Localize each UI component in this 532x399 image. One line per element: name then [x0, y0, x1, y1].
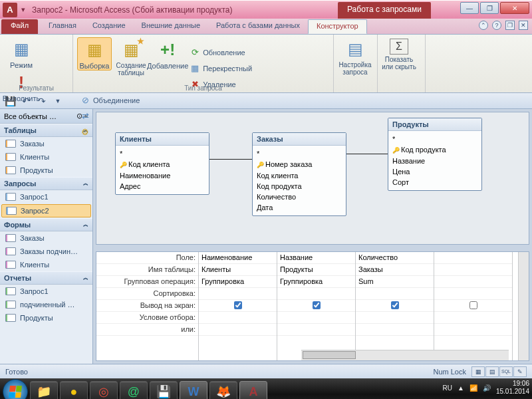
row-label-show: Вывод на экран:	[96, 300, 198, 312]
ribbon-minimize-icon[interactable]: ⌃	[479, 21, 488, 30]
make-table-button[interactable]: ▦★ Создание таблицы	[114, 38, 148, 76]
taskbar-access[interactable]: A	[239, 381, 267, 399]
nav-section-queries[interactable]: Запросы︽	[0, 177, 92, 190]
tray-flag-icon[interactable]: ▲	[458, 384, 464, 392]
app-icon: A	[3, 3, 17, 17]
design-view-icon[interactable]: ✎	[513, 366, 527, 377]
make-table-icon: ▦★	[120, 39, 142, 61]
nav-header-label: Все объекты …	[4, 112, 57, 120]
show-checkbox[interactable]	[469, 301, 477, 309]
tray-lang[interactable]: RU	[443, 384, 452, 392]
nav-item-form-orders[interactable]: Заказы	[0, 231, 92, 245]
taskbar-chrome[interactable]: ●	[60, 381, 88, 399]
ribbon-group-results: ▦ Режим ! Выполнить Результаты	[0, 35, 73, 92]
nav-item-form-clients[interactable]: Клиенты	[0, 258, 92, 271]
grid-col-3[interactable]: Количество Заказы Sum	[356, 252, 434, 360]
show-hide-button[interactable]: Σ Показать или скрыть	[382, 37, 416, 70]
help-icon[interactable]: ?	[492, 21, 501, 30]
update-button[interactable]: ⟳Обновление	[187, 45, 255, 60]
append-button[interactable]: +! Добавление	[150, 38, 185, 70]
taskbar-firefox[interactable]: 🦊	[209, 381, 237, 399]
minimize-button[interactable]: —	[460, 2, 479, 14]
tray-clock[interactable]: 19:06 15.01.2014	[496, 380, 529, 396]
file-tab[interactable]: Файл	[1, 19, 38, 34]
ribbon: ▦ Режим ! Выполнить Результаты ▦ Выборка…	[0, 35, 532, 93]
mdi-restore-icon[interactable]: ❐	[505, 21, 515, 30]
table-box-clients[interactable]: Клиенты * Код клиента Наименование Адрес	[115, 132, 209, 195]
query-design-area: Клиенты * Код клиента Наименование Адрес…	[93, 109, 532, 364]
nav-item-report-sub[interactable]: подчиненный …	[0, 298, 92, 311]
taskbar-word[interactable]: W	[180, 381, 207, 399]
grid-columns: Наименование Клиенты Группировка Названи…	[199, 252, 518, 360]
append-label: Добавление	[147, 62, 188, 70]
show-checkbox[interactable]	[391, 301, 399, 309]
quick-access-customize-icon[interactable]: ▾	[20, 7, 27, 13]
close-button[interactable]: ✕	[500, 2, 529, 14]
pivot-view-icon[interactable]: ▤	[485, 366, 499, 377]
nav-item-report-query1[interactable]: Запрос1	[0, 285, 92, 298]
nav-item-form-orders-sub[interactable]: Заказы подчин…	[0, 245, 92, 258]
nav-item-query2[interactable]: Запрос2	[1, 204, 91, 217]
nav-item-products-table[interactable]: Продукты	[0, 164, 92, 177]
taskbar-totalcmd[interactable]: 💾	[150, 381, 178, 399]
tab-external-data[interactable]: Внешние данные	[134, 19, 208, 34]
tables-diagram-pane[interactable]: Клиенты * Код клиента Наименование Адрес…	[96, 112, 529, 245]
nav-item-query1[interactable]: Запрос1	[0, 190, 92, 203]
nav-section-reports[interactable]: Отчеты︽	[0, 271, 92, 285]
update-icon: ⟳	[190, 47, 200, 58]
select-query-label: Выборка	[80, 62, 110, 70]
tab-design[interactable]: Конструктор	[308, 19, 367, 34]
datasheet-view-icon[interactable]: ▦	[471, 366, 485, 377]
window-controls: — ❐ ✕	[460, 2, 529, 14]
nav-item-clients-table[interactable]: Клиенты	[0, 150, 92, 164]
taskbar-opera[interactable]: ◎	[90, 381, 118, 399]
grid-col-blank[interactable]	[434, 252, 513, 360]
data-definition-icon: ⚙	[80, 127, 90, 138]
crosstab-icon: ▦	[190, 63, 200, 74]
query-setup-button[interactable]: ▤ Настройка запроса	[338, 37, 372, 76]
nav-section-forms[interactable]: Формы︽	[0, 218, 92, 231]
taskbar-mail[interactable]: @	[120, 381, 148, 399]
view-button[interactable]: ▦ Режим	[4, 37, 39, 69]
tab-home[interactable]: Главная	[41, 19, 84, 34]
table-box-orders[interactable]: Заказы * Номер заказа Код клиента Код пр…	[252, 132, 346, 216]
horizontal-scrollbar[interactable]	[301, 350, 509, 360]
nav-item-report-products[interactable]: Продукты	[0, 311, 92, 325]
status-numlock: Num Lock	[433, 368, 466, 376]
vertical-scrollbar[interactable]	[518, 252, 529, 360]
row-label-or: или:	[96, 324, 198, 336]
union-icon: ⊘	[80, 95, 90, 106]
tray-volume-icon[interactable]: 🔊	[483, 384, 491, 392]
grid-col-1[interactable]: Наименование Клиенты Группировка	[199, 252, 277, 360]
window-titlebar: A ▾ Запрос2 - Microsoft Access (Сбой акт…	[0, 0, 532, 19]
taskbar-explorer[interactable]: 📁	[30, 381, 58, 399]
tray-time: 19:06	[496, 380, 529, 388]
sql-view-icon[interactable]: SQL	[499, 366, 513, 377]
scrollbar-thumb[interactable]	[303, 351, 356, 359]
query-design-grid: Поле: Имя таблицы: Групповая операция: С…	[96, 251, 529, 361]
mdi-close-icon[interactable]: ✕	[519, 21, 528, 30]
crosstab-button[interactable]: ▦Перекрестный	[187, 61, 255, 76]
datasheet-view-icon: ▦	[11, 39, 32, 60]
show-checkbox[interactable]	[313, 301, 321, 309]
system-tray: RU ▲ 📶 🔊 19:06 15.01.2014	[443, 380, 529, 396]
tray-network-icon[interactable]: 📶	[469, 384, 477, 392]
tab-database-tools[interactable]: Работа с базами данных	[208, 19, 308, 34]
table-box-products[interactable]: Продукты * Код продукта Название Цена Со…	[388, 118, 482, 191]
relationship-line	[209, 159, 252, 160]
show-checkbox[interactable]	[234, 301, 242, 309]
grid-col-2[interactable]: Название Продукты Группировка	[277, 252, 356, 360]
select-query-button[interactable]: ▦ Выборка	[77, 37, 112, 70]
grid-row-labels: Поле: Имя таблицы: Групповая операция: С…	[96, 252, 199, 360]
tab-create[interactable]: Создание	[84, 19, 134, 34]
qat-customize-icon[interactable]: ▼	[52, 95, 64, 107]
tray-date: 15.01.2014	[496, 388, 529, 396]
union-button[interactable]: ⊘Объединение	[77, 93, 142, 108]
maximize-button[interactable]: ❐	[480, 2, 499, 14]
query-setup-icon: ▤	[344, 39, 366, 60]
contextual-tab-header: Работа с запросами	[338, 2, 431, 19]
start-button[interactable]	[3, 379, 28, 399]
row-label-total: Групповая операция:	[96, 276, 198, 288]
table-box-fields: * Код клиента Наименование Адрес	[116, 146, 209, 194]
workspace: Все объекты … ⊙ « Таблицы︽ Заказы Клиент…	[0, 109, 532, 364]
